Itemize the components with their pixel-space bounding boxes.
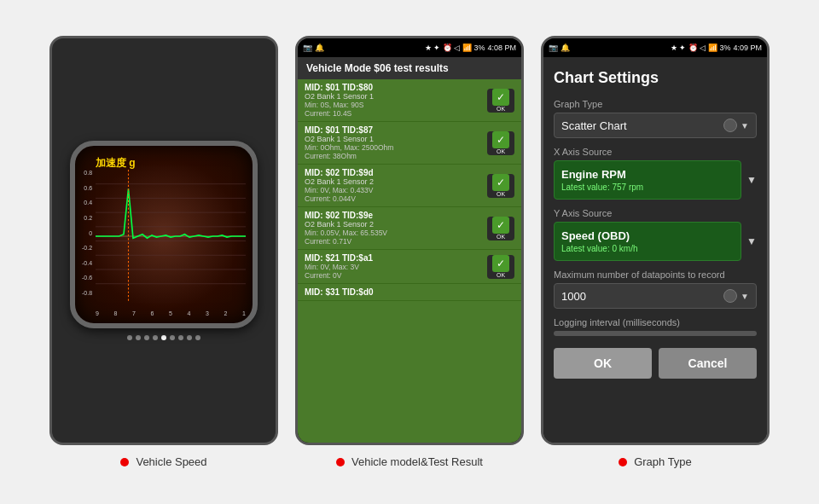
x-axis-arrow-icon[interactable]: ▼	[746, 174, 757, 186]
x-label-5: 5	[169, 310, 172, 316]
y-axis-row: Speed (OBD) Latest value: 0 km/h ▼	[554, 222, 757, 261]
p2-header-text: Vehicle Mode $06 test results	[306, 62, 449, 74]
panel3-label: Graph Type	[619, 455, 692, 468]
p2-row2-info: MID: $01 TID:$87 O2 Bank 1 Sensor 1 Min:…	[305, 125, 487, 160]
graph-type-dropdown[interactable]: Scatter Chart ▼	[554, 113, 757, 138]
ok-label-2: OK	[492, 148, 509, 154]
graph-widget: 加速度 g 0.8 0.6 0.4 0.2 0 -0.2 -0.4 -0.6 -…	[70, 141, 258, 328]
p2-vals-2: Min: 0Ohm, Max: 2500OhmCurrent: 38Ohm	[305, 143, 487, 160]
check-icon-3: ✓	[492, 174, 509, 191]
x-label-2: 2	[224, 310, 228, 316]
p2-bank-2: O2 Bank 1 Sensor 1	[305, 135, 487, 143]
check-icon-1: ✓	[492, 89, 509, 106]
logging-bar	[554, 331, 757, 336]
x-label-7: 7	[132, 310, 136, 316]
p2-mid-4: MID: $02 TID:$9e	[305, 211, 487, 220]
p2-row3-info: MID: $02 TID:$9d O2 Bank 1 Sensor 2 Min:…	[305, 168, 487, 203]
max-datapoints-value: 1000	[561, 290, 586, 303]
graph-type-label: Graph Type	[554, 99, 757, 109]
dot-2	[136, 335, 141, 340]
x-axis-section: X Axis Source Engine RPM Latest value: 7…	[554, 147, 757, 200]
p2-check-3: ✓ OK	[487, 174, 514, 198]
graph-inner: 加速度 g 0.8 0.6 0.4 0.2 0 -0.2 -0.4 -0.6 -…	[78, 149, 249, 320]
chart-settings-title: Chart Settings	[554, 69, 757, 87]
max-dp-circle-btn[interactable]	[723, 289, 737, 303]
p2-status-right: ★ ✦ ⏰ ◁ 📶 3% 4:08 PM	[425, 43, 516, 52]
dot-6	[170, 335, 175, 340]
x-axis-row: Engine RPM Latest value: 757 rpm ▼	[554, 160, 757, 200]
graph-title: 加速度 g	[96, 156, 136, 171]
graph-x-axis: 9 8 7 6 5 4 3 2 1	[96, 310, 246, 316]
max-datapoints-input[interactable]: 1000 ▼	[554, 283, 757, 309]
y-axis-label: Y Axis Source	[554, 208, 757, 218]
y-label-3: 0.4	[84, 200, 92, 206]
y-label-9: -0.8	[82, 290, 92, 296]
panel3-dot	[619, 458, 627, 466]
panel1-label: Vehicle Speed	[120, 455, 206, 468]
p2-row-3: MID: $02 TID:$9d O2 Bank 1 Sensor 2 Min:…	[298, 165, 521, 207]
panel1-phone: 加速度 g 0.8 0.6 0.4 0.2 0 -0.2 -0.4 -0.6 -…	[49, 36, 278, 445]
cancel-button[interactable]: Cancel	[659, 348, 757, 379]
graph-type-circle-btn[interactable]	[723, 119, 737, 132]
p2-mid-2: MID: $01 TID:$87	[305, 125, 487, 135]
p2-status-left: 📷 🔔	[303, 43, 324, 52]
dot-7	[178, 335, 183, 340]
p2-time: 4:08 PM	[487, 43, 516, 52]
x-label-6: 6	[151, 310, 154, 316]
ok-label-1: OK	[492, 106, 509, 112]
ok-button[interactable]: OK	[554, 348, 652, 379]
p2-bt-icon: ★ ✦ ⏰ ◁ 📶 3%	[425, 43, 485, 52]
x-label-9: 9	[96, 310, 99, 316]
p2-mid-5: MID: $21 TID:$a1	[305, 253, 487, 263]
main-container: 加速度 g 0.8 0.6 0.4 0.2 0 -0.2 -0.4 -0.6 -…	[0, 27, 819, 477]
p2-mid-3: MID: $02 TID:$9d	[305, 168, 487, 177]
p2-mid-6: MID: $31 TID:$d0	[305, 287, 514, 297]
p3-status-right: ★ ✦ ⏰ ◁ 📶 3% 4:09 PM	[671, 43, 762, 52]
graph-type-section: Graph Type Scatter Chart ▼	[554, 99, 757, 138]
p3-status-icons: 📷 🔔	[549, 43, 570, 52]
p2-mid-1: MID: $01 TID:$80	[305, 83, 487, 92]
y-label-6: -0.2	[82, 245, 92, 251]
p2-vals-1: Min: 0S, Max: 90SCurrent: 10.4S	[305, 101, 487, 118]
dot-indicators	[127, 335, 200, 340]
panel3: 📷 🔔 ★ ✦ ⏰ ◁ 📶 3% 4:09 PM Chart Settings …	[541, 36, 770, 468]
y-axis-value: Speed (OBD)	[561, 229, 734, 242]
p2-row-6: MID: $31 TID:$d0	[298, 284, 521, 301]
graph-type-value: Scatter Chart	[561, 119, 723, 132]
p2-status-bar: 📷 🔔 ★ ✦ ⏰ ◁ 📶 3% 4:08 PM	[298, 38, 521, 57]
ok-label-5: OK	[492, 272, 509, 278]
dot-3	[144, 335, 149, 340]
graph-y-axis: 0.8 0.6 0.4 0.2 0 -0.2 -0.4 -0.6 -0.8	[82, 170, 92, 296]
x-label-3: 3	[206, 310, 209, 316]
dot-4	[153, 335, 158, 340]
panel1-dot	[120, 458, 129, 466]
dot-1	[127, 335, 132, 340]
p2-vals-5: Min: 0V, Max: 3VCurrent: 0V	[305, 263, 487, 280]
panel1-text: Vehicle Speed	[136, 455, 206, 468]
p2-check-1: ✓ OK	[487, 89, 514, 113]
p2-vals-3: Min: 0V, Max: 0.433VCurrent: 0.044V	[305, 186, 487, 203]
graph-area	[96, 170, 246, 303]
action-buttons: OK Cancel	[554, 348, 757, 379]
p2-bank-3: O2 Bank 1 Sensor 2	[305, 177, 487, 186]
ok-label-4: OK	[492, 234, 509, 240]
p3-bt-icon: ★ ✦ ⏰ ◁ 📶 3%	[671, 43, 731, 52]
dot-5-active	[161, 335, 166, 340]
max-dp-arrow-icon: ▼	[741, 292, 749, 301]
y-label-2: 0.6	[84, 185, 92, 191]
panel2-label: Vehicle model&Test Result	[336, 455, 483, 468]
y-label-4: 0.2	[84, 215, 92, 221]
graph-type-controls: ▼	[723, 119, 749, 132]
max-datapoints-section: Maximum number of datapoints to record 1…	[554, 269, 757, 309]
p3-content: Chart Settings Graph Type Scatter Chart …	[543, 57, 767, 443]
p2-row4-info: MID: $02 TID:$9e O2 Bank 1 Sensor 2 Min:…	[305, 211, 487, 246]
y-axis-section: Y Axis Source Speed (OBD) Latest value: …	[554, 208, 757, 261]
x-axis-green-box: Engine RPM Latest value: 757 rpm	[554, 160, 741, 200]
y-axis-arrow-icon[interactable]: ▼	[746, 235, 757, 247]
p2-content: MID: $01 TID:$80 O2 Bank 1 Sensor 1 Min:…	[298, 79, 521, 443]
p2-row-4: MID: $02 TID:$9e O2 Bank 1 Sensor 2 Min:…	[298, 207, 521, 250]
p2-bank-1: O2 Bank 1 Sensor 1	[305, 92, 487, 101]
panel2-phone: 📷 🔔 ★ ✦ ⏰ ◁ 📶 3% 4:08 PM Vehicle Mode $0…	[295, 36, 524, 445]
p2-row-5: MID: $21 TID:$a1 Min: 0V, Max: 3VCurrent…	[298, 250, 521, 284]
p2-check-5: ✓ OK	[487, 255, 514, 279]
